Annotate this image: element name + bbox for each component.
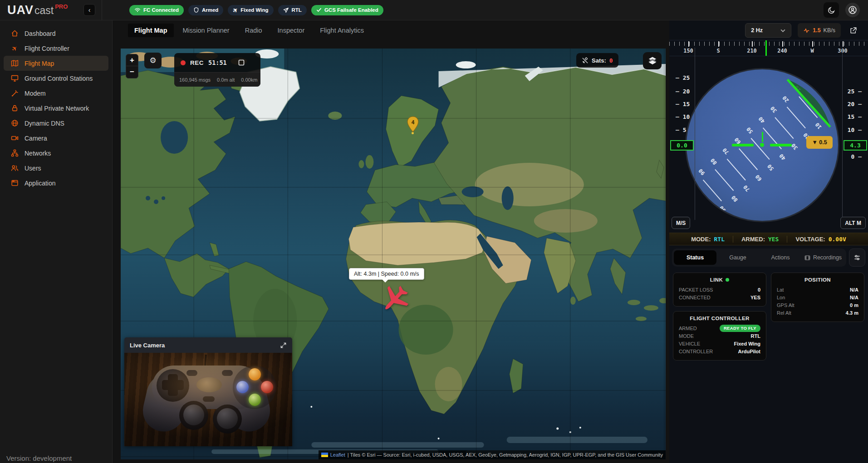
satellite-off-icon — [582, 57, 588, 64]
tab-radio[interactable]: Radio — [239, 24, 269, 37]
tab-status[interactable]: Status — [674, 250, 716, 265]
expand-icon[interactable] — [280, 342, 287, 349]
zoom-out-button[interactable]: − — [126, 66, 138, 78]
layers-icon — [647, 55, 658, 66]
sidebar-item-camera[interactable]: Camera — [4, 131, 108, 146]
sidebar-item-label: Virtual Private Network — [25, 105, 89, 112]
rtl-badge: RTL — [278, 5, 307, 15]
sliders-icon — [853, 254, 861, 261]
alt-scale-track — [842, 48, 843, 220]
alt-tick: 25 — [848, 88, 862, 95]
tab-flight-analytics[interactable]: Flight Analytics — [314, 24, 370, 37]
rec-msgs: 160,945 msgs — [179, 77, 211, 83]
external-link-icon — [849, 27, 857, 34]
live-camera-panel: Live Camera — [124, 337, 292, 446]
tab-flight-map[interactable]: Flight Map — [128, 24, 174, 37]
wifi-icon — [134, 7, 141, 13]
rec-label: REC — [190, 59, 204, 66]
moon-icon — [828, 6, 835, 14]
flight-map[interactable]: + − ⚙ REC 51:51 160,945 msgs 0.0m alt 0.… — [121, 49, 666, 459]
sidebar-item-label: Application — [25, 180, 56, 187]
sidebar-item-application[interactable]: Application — [4, 175, 108, 190]
tab-mission-planner[interactable]: Mission Planner — [177, 24, 236, 37]
speed-scale-track — [695, 48, 695, 220]
monitor-icon — [10, 74, 19, 82]
sidebar-item-flight-map[interactable]: Flight Map — [4, 56, 108, 71]
voltage-value: 0.00V — [829, 236, 846, 243]
vehicle-tooltip: Alt: 4.3m | Speed: 0.0 m/s — [349, 268, 424, 280]
tab-actions[interactable]: Actions — [759, 250, 802, 265]
panel-settings-button[interactable] — [849, 249, 865, 267]
sidebar-item-label: Ground Control Stations — [25, 75, 93, 82]
recording-dot-icon — [181, 60, 186, 65]
rate-value: 2 Hz — [751, 27, 763, 34]
tab-recordings-label: Recordings — [813, 254, 842, 261]
fc-connected-badge: FC Connected — [129, 5, 184, 15]
sidebar-item-modem[interactable]: Modem — [4, 86, 108, 101]
compass-label: 210 — [747, 48, 757, 54]
speed-value-box: 0.0 — [670, 140, 694, 151]
sidebar-item-dynamic-dns[interactable]: Dynamic DNS — [4, 116, 108, 131]
map-layers-button[interactable] — [643, 52, 662, 69]
tab-recordings[interactable]: Recordings — [802, 250, 844, 265]
zoom-in-button[interactable]: + — [126, 54, 138, 66]
fixed-wing-badge: ✈ Fixed Wing — [228, 5, 273, 15]
users-icon — [10, 164, 19, 172]
rate-select[interactable]: 2 Hz — [745, 23, 791, 38]
lock-icon — [10, 104, 19, 112]
sidebar-item-flight-controller[interactable]: ✈ Flight Controller — [4, 41, 108, 56]
live-camera-header: Live Camera — [124, 337, 292, 353]
leaflet-link[interactable]: Leaflet — [330, 452, 345, 458]
horizon-center-dot — [760, 143, 764, 147]
badge-label: FC Connected — [143, 7, 179, 13]
sidebar-item-users[interactable]: Users — [4, 161, 108, 175]
sidebar-item-ground-control-stations[interactable]: Ground Control Stations — [4, 71, 108, 86]
badge-label: GCS Failsafe Enabled — [324, 7, 378, 13]
plane-icon: ✈ — [9, 43, 20, 54]
status-badges: FC Connected Armed ✈ Fixed Wing RTL GCS … — [129, 5, 383, 15]
video-camera-icon — [10, 134, 19, 142]
armed-badge: Armed — [188, 5, 223, 15]
sidebar-item-label: Dynamic DNS — [25, 120, 64, 127]
position-card-title: POSITION — [804, 277, 831, 283]
globe-icon — [10, 119, 19, 127]
rec-alt: 0.0m alt — [217, 77, 235, 83]
live-camera-title: Live Camera — [130, 342, 165, 349]
user-avatar-icon — [848, 5, 857, 15]
vehicle-marker[interactable] — [380, 285, 409, 314]
user-menu-button[interactable] — [845, 3, 860, 17]
speed-tick: 10 — [676, 113, 690, 120]
waypoint-marker[interactable]: 4 — [407, 116, 419, 133]
alt-value-box: 4.3 — [843, 140, 867, 151]
antenna-icon — [10, 89, 19, 97]
open-external-button[interactable] — [847, 24, 859, 36]
bandwidth-value: 1.5 — [813, 27, 820, 34]
compass-ticks — [669, 42, 868, 46]
speed-tick: 5 — [676, 127, 686, 133]
stream-controls: 2 Hz 1.5 KB/s — [745, 23, 859, 38]
camera-feed — [124, 353, 292, 446]
send-icon — [283, 7, 289, 13]
header-actions — [824, 2, 868, 18]
sidebar-collapse-button[interactable]: ‹ — [83, 4, 95, 16]
satellites-badge: Sats: 0 — [576, 53, 618, 68]
compass-label: W — [810, 48, 814, 54]
theme-toggle-button[interactable] — [824, 2, 839, 18]
sidebar-item-dashboard[interactable]: Dashboard — [4, 26, 108, 41]
sidebar-item-networks[interactable]: Networks — [4, 146, 108, 161]
speed-tick: 15 — [676, 101, 690, 107]
sidebar-item-label: Dashboard — [25, 30, 56, 37]
app-window-icon — [10, 179, 19, 187]
check-icon — [316, 7, 322, 13]
fc-status-strip: MODE: RTL ARMED: YES VOLTAGE: 0.00V — [669, 233, 868, 245]
sidebar-item-label: Flight Map — [25, 60, 54, 67]
stop-recording-button[interactable] — [238, 59, 245, 67]
uavcast-app: UAV cast PRO ‹ FC Connected Armed ✈ Fixe… — [0, 0, 868, 463]
tab-gauge[interactable]: Gauge — [716, 250, 759, 265]
map-settings-button[interactable]: ⚙ — [144, 53, 162, 68]
sidebar-item-vpn[interactable]: Virtual Private Network — [4, 101, 108, 116]
tab-inspector[interactable]: Inspector — [271, 24, 311, 37]
ready-to-fly-badge: READY TO FLY — [720, 325, 760, 332]
link-status-dot — [726, 278, 729, 282]
speed-unit-label: M/S — [672, 217, 690, 229]
